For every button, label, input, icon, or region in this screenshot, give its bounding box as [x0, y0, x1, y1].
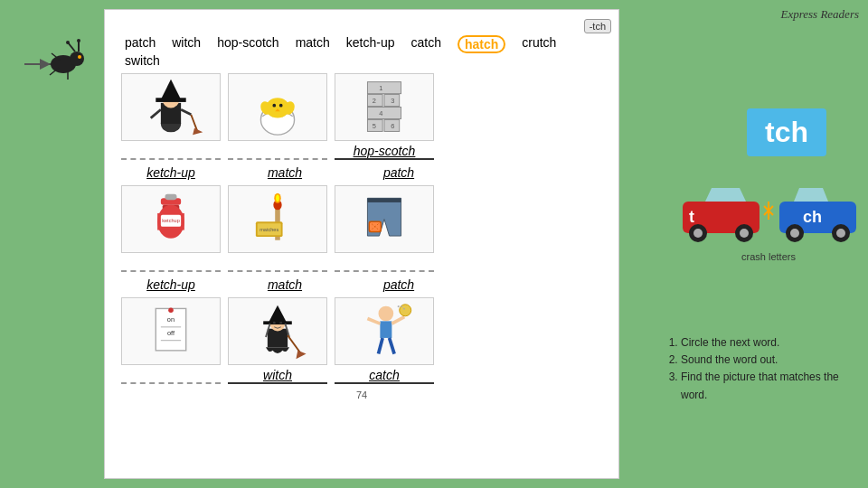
- label-patch: patch: [383, 165, 414, 180]
- answer-line-witch: witch: [228, 368, 327, 384]
- svg-text:1: 1: [379, 84, 382, 92]
- svg-point-82: [693, 229, 703, 238]
- answer-line-1a: [121, 144, 221, 160]
- sign-image: on off: [121, 297, 221, 365]
- worksheet: -tch patch witch hop-scotch match ketch-…: [104, 9, 619, 479]
- answer-line-3a: [121, 368, 221, 384]
- svg-point-1: [70, 52, 84, 66]
- picture-row-2: ketchup: [116, 185, 608, 272]
- svg-marker-80: [705, 188, 746, 202]
- svg-marker-15: [161, 80, 181, 99]
- match-image: matches: [228, 185, 327, 253]
- crash-letters-label: crash letters: [678, 251, 859, 262]
- catch-image: [335, 297, 434, 365]
- svg-text:4: 4: [379, 109, 382, 117]
- word-crutch: crutch: [522, 35, 556, 53]
- hopscotch-picture-cell: 1 2 3 4 5 6 hop-scotch: [335, 73, 434, 160]
- chick-image: [228, 73, 327, 141]
- label-ketch-up: ketch-up: [146, 165, 195, 180]
- page-number: 74: [116, 389, 608, 400]
- ketchup-image: ketchup: [121, 185, 221, 253]
- svg-point-71: [279, 322, 282, 324]
- insect-illustration: [9, 27, 99, 99]
- tch-badge: -tch: [584, 19, 611, 33]
- word-switch: switch: [125, 53, 160, 68]
- svg-point-24: [279, 104, 283, 108]
- svg-marker-69: [296, 351, 306, 359]
- svg-text:3: 3: [391, 97, 394, 105]
- label-patch-text: patch: [383, 277, 414, 292]
- witch-picture-cell: [121, 73, 221, 160]
- brand-label: Express Readers: [780, 7, 859, 22]
- svg-point-89: [790, 229, 799, 238]
- svg-line-18: [181, 109, 191, 115]
- svg-marker-66: [269, 305, 287, 324]
- svg-line-74: [367, 319, 380, 324]
- label-ketch-up-2: ketch-up: [146, 277, 195, 292]
- svg-rect-64: [268, 329, 288, 347]
- svg-text:off: off: [167, 329, 175, 337]
- word-hatch-highlighted: hatch: [458, 35, 505, 53]
- patch-picture-cell: [335, 185, 434, 272]
- svg-marker-20: [193, 128, 203, 135]
- svg-text:5: 5: [373, 122, 376, 130]
- right-panel: tch t ch: [678, 108, 859, 262]
- svg-rect-31: [367, 108, 401, 119]
- witch-label: witch: [263, 368, 292, 382]
- svg-rect-16: [156, 98, 185, 102]
- witch-image: [121, 73, 221, 141]
- instructions-panel: Circle the next word. Sound the word out…: [665, 334, 859, 404]
- picture-row-3: on off: [116, 297, 608, 384]
- svg-point-50: [276, 195, 279, 202]
- crash-cars-illustration: t ch: [678, 165, 859, 247]
- svg-text:6: 6: [391, 122, 394, 130]
- svg-point-6: [77, 39, 80, 42]
- svg-point-2: [78, 55, 81, 59]
- svg-marker-87: [794, 188, 828, 202]
- word-patch: patch: [125, 35, 156, 53]
- labels-row-1: ketch-up match patch: [116, 165, 608, 180]
- catch-picture-cell: catch: [335, 297, 434, 384]
- svg-point-5: [66, 41, 70, 44]
- svg-line-77: [390, 338, 395, 354]
- answer-line-patch: [335, 256, 434, 272]
- svg-rect-73: [380, 321, 392, 338]
- svg-point-63: [168, 308, 174, 314]
- witch2-image: [228, 297, 327, 365]
- svg-line-17: [151, 109, 161, 117]
- svg-point-23: [272, 104, 276, 108]
- label-match: match: [268, 165, 302, 180]
- ketchup-picture-cell: ketchup: [121, 185, 221, 272]
- answer-line-2b: [228, 256, 327, 272]
- word-witch: witch: [172, 35, 201, 53]
- instruction-1: Circle the next word.: [681, 334, 859, 352]
- catch-label: catch: [369, 368, 399, 382]
- svg-text:2: 2: [373, 97, 376, 105]
- svg-text:on: on: [167, 315, 175, 324]
- svg-point-70: [273, 322, 276, 324]
- word-catch: catch: [410, 35, 440, 53]
- witch2-picture-cell: witch: [228, 297, 327, 384]
- svg-line-76: [379, 338, 383, 354]
- tch-label: tch: [747, 108, 826, 156]
- svg-rect-46: [165, 194, 177, 201]
- svg-line-75: [392, 317, 404, 324]
- word-ketch-up: ketch-up: [346, 35, 395, 53]
- patch-image: [335, 185, 434, 253]
- svg-text:matches: matches: [259, 227, 278, 232]
- chick-picture-cell: [228, 73, 327, 160]
- svg-point-72: [379, 306, 394, 322]
- svg-point-91: [836, 229, 845, 238]
- picture-row-1: 1 2 3 4 5 6 hop-scotch: [116, 73, 608, 160]
- svg-rect-67: [263, 321, 292, 324]
- sign-picture-cell: on off: [121, 297, 221, 384]
- svg-rect-57: [367, 198, 401, 202]
- labels-row-2: ketch-up match patch: [116, 277, 608, 292]
- answer-line-catch: catch: [335, 368, 434, 384]
- svg-point-84: [740, 229, 749, 238]
- svg-text:ch: ch: [803, 208, 822, 226]
- label-match-2: match: [268, 277, 302, 292]
- instruction-2: Sound the word out.: [681, 352, 859, 369]
- answer-line-2a: [121, 256, 221, 272]
- answer-line-hopscotch: hop-scotch: [335, 144, 434, 160]
